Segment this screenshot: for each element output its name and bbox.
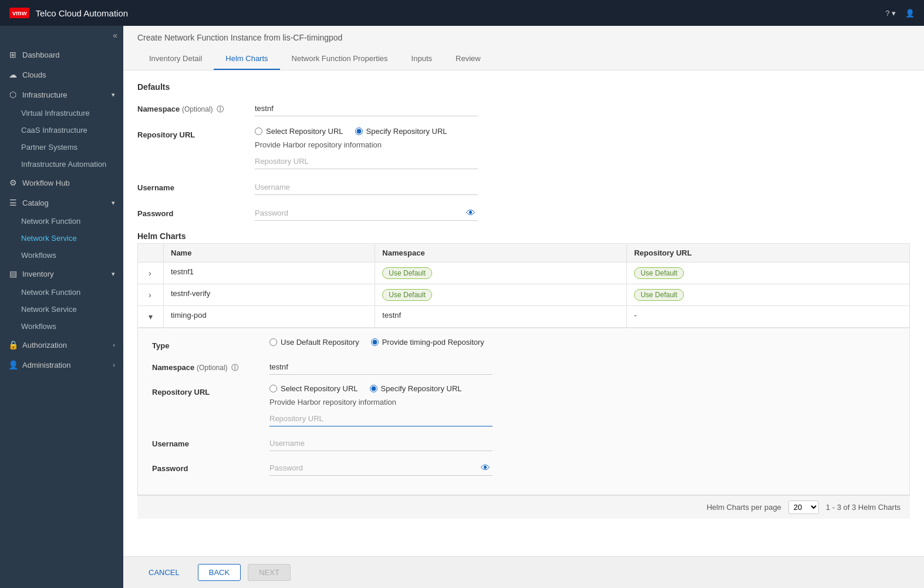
row-namespace-cell: testnf: [375, 306, 627, 328]
tab-inventory-detail[interactable]: Inventory Detail: [137, 48, 214, 70]
sidebar-item-label: Clouds: [22, 70, 46, 79]
sidebar-item-catalog-network-service[interactable]: Network Service: [0, 230, 123, 247]
help-icon[interactable]: ? ▾: [885, 9, 896, 18]
expanded-specify-repo-radio[interactable]: [370, 385, 377, 392]
expanded-password-toggle-icon[interactable]: 👁: [481, 463, 490, 473]
expanded-namespace-input[interactable]: [269, 359, 493, 375]
specify-repo-url-radio[interactable]: [355, 127, 363, 135]
workflow-hub-icon: ⚙: [8, 178, 18, 187]
col-expand: [138, 244, 164, 263]
defaults-namespace-row: Namespace (Optional) ⓘ: [137, 101, 910, 116]
defaults-section-title: Defaults: [137, 82, 910, 92]
wizard-title: Create Network Function Instance from li…: [137, 33, 910, 42]
cancel-button[interactable]: CANCEL: [137, 564, 191, 581]
tab-nf-properties[interactable]: Network Function Properties: [280, 48, 400, 70]
expanded-username-value: [269, 436, 895, 451]
sidebar-item-infrastructure[interactable]: ⬡ Infrastructure ▾: [0, 85, 123, 105]
expanded-repo-url-value: Select Repository URL Specify Repository…: [269, 384, 895, 426]
sidebar-item-infrastructure-automation[interactable]: Infrastructure Automation: [0, 156, 123, 173]
chevron-down-icon: ▾: [112, 199, 115, 207]
expanded-row: Type Use Default Repository: [138, 328, 910, 495]
lock-icon: 🔒: [8, 340, 18, 350]
provide-timing-pod-radio[interactable]: [371, 338, 379, 346]
sidebar-item-clouds[interactable]: ☁ Clouds: [0, 65, 123, 85]
sidebar-item-dashboard[interactable]: ⊞ Dashboard: [0, 45, 123, 65]
defaults-password-input[interactable]: [255, 206, 478, 221]
row-repo-url-cell: -: [627, 306, 910, 328]
defaults-username-input[interactable]: [255, 180, 478, 195]
namespace-value: [255, 101, 910, 116]
username-label: Username: [137, 180, 255, 192]
sidebar-item-inventory-workflows[interactable]: Workflows: [0, 318, 123, 335]
expanded-password-label: Password: [152, 461, 269, 473]
collapse-button[interactable]: ▾: [145, 311, 156, 322]
helm-charts-table: Name Namespace Repository URL › testnf1 …: [137, 243, 910, 495]
sidebar-item-inventory-network-service[interactable]: Network Service: [0, 301, 123, 318]
sidebar-item-administration[interactable]: 👤 Administration ›: [0, 355, 123, 375]
tab-helm-charts[interactable]: Helm Charts: [214, 48, 279, 70]
expanded-repo-url-input[interactable]: [269, 411, 493, 426]
sidebar-item-virtual-infrastructure[interactable]: Virtual Infrastructure: [0, 105, 123, 122]
namespace-label: Namespace (Optional) ⓘ: [137, 101, 255, 115]
sidebar-item-partner-systems[interactable]: Partner Systems: [0, 139, 123, 156]
expanded-select-repo-option[interactable]: Select Repository URL: [269, 384, 358, 393]
topbar: vmw Telco Cloud Automation ? ▾ 👤: [0, 0, 924, 26]
use-default-repo-option[interactable]: Use Default Repository: [269, 338, 359, 347]
use-default-namespace-badge: Use Default: [382, 267, 432, 279]
per-page-select[interactable]: 20 50 100: [788, 500, 819, 514]
sidebar-item-authorization[interactable]: 🔒 Authorization ›: [0, 335, 123, 355]
expanded-select-repo-radio[interactable]: [269, 385, 277, 392]
expand-button[interactable]: ›: [145, 289, 155, 301]
type-radio-group: Use Default Repository Provide timing-po…: [269, 338, 895, 347]
sidebar-item-catalog-network-function[interactable]: Network Function: [0, 213, 123, 230]
select-repo-url-option[interactable]: Select Repository URL: [255, 127, 343, 136]
expanded-namespace-value: [269, 359, 895, 375]
password-label: Password: [137, 206, 255, 218]
sidebar: « ⊞ Dashboard ☁ Clouds ⬡ Infrastructure …: [0, 26, 123, 588]
back-button[interactable]: BACK: [198, 564, 241, 581]
user-icon[interactable]: 👤: [905, 9, 915, 18]
sidebar-item-label: Administration: [22, 361, 70, 369]
namespace-input[interactable]: [255, 101, 478, 116]
row-repo-url-cell: Use Default: [627, 284, 910, 306]
next-button[interactable]: NEXT: [248, 564, 291, 581]
row-name-cell: testnf1: [164, 263, 375, 284]
tab-inputs[interactable]: Inputs: [400, 48, 444, 70]
sidebar-item-catalog[interactable]: ☰ Catalog ▾: [0, 193, 123, 213]
expanded-specify-repo-option[interactable]: Specify Repository URL: [370, 384, 462, 393]
expand-cell: ›: [138, 263, 164, 284]
expand-cell: ›: [138, 284, 164, 306]
namespace-info-icon[interactable]: ⓘ: [217, 105, 224, 113]
sidebar-collapse-button[interactable]: «: [0, 26, 123, 45]
expand-button[interactable]: ›: [145, 267, 155, 279]
password-toggle-icon[interactable]: 👁: [466, 208, 476, 219]
sidebar-item-inventory-network-function[interactable]: Network Function: [0, 284, 123, 301]
defaults-username-row: Username: [137, 180, 910, 195]
repo-url-label: Repository URL: [137, 127, 255, 139]
vmw-logo: vmw: [9, 8, 29, 18]
sidebar-item-caas-infrastructure[interactable]: CaaS Infrastructure: [0, 122, 123, 139]
catalog-icon: ☰: [8, 198, 18, 207]
per-page-label: Helm Charts per page: [707, 503, 781, 512]
sidebar-item-inventory[interactable]: ▤ Inventory ▾: [0, 264, 123, 284]
sidebar-item-workflow-hub[interactable]: ⚙ Workflow Hub: [0, 173, 123, 193]
select-repo-url-radio[interactable]: [255, 127, 262, 135]
expanded-password-input[interactable]: [269, 461, 493, 476]
type-label: Type: [152, 338, 269, 350]
pagination-range: 1 - 3 of 3 Helm Charts: [826, 503, 901, 512]
sidebar-item-catalog-workflows[interactable]: Workflows: [0, 247, 123, 264]
repo-url-radio-group: Select Repository URL Specify Repository…: [255, 127, 910, 136]
use-default-repo-radio[interactable]: [269, 338, 277, 346]
provide-timing-pod-option[interactable]: Provide timing-pod Repository: [371, 338, 484, 347]
chevron-right-icon: ›: [113, 341, 115, 348]
specify-repo-url-option[interactable]: Specify Repository URL: [355, 127, 447, 136]
chevron-right-icon: ›: [113, 361, 115, 368]
expanded-repo-url-radio-group: Select Repository URL Specify Repository…: [269, 384, 895, 393]
row-name-cell: testnf-verify: [164, 284, 375, 306]
defaults-repo-url-input[interactable]: [255, 154, 478, 169]
chevron-down-icon: ▾: [112, 91, 115, 99]
expanded-namespace-info-icon[interactable]: ⓘ: [231, 364, 238, 372]
expanded-content: Type Use Default Repository: [138, 328, 909, 495]
expanded-username-input[interactable]: [269, 436, 493, 451]
tab-review[interactable]: Review: [444, 48, 493, 70]
